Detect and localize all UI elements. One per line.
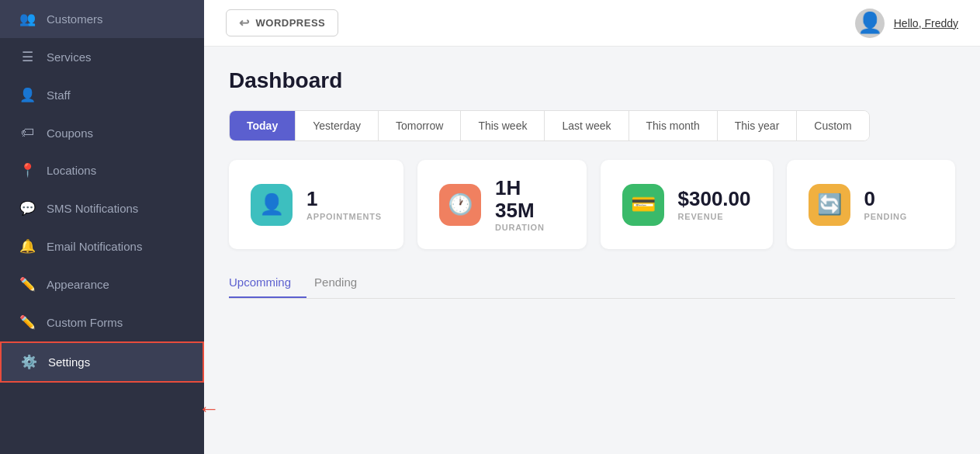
email-notifications-icon: 🔔 [19,238,36,255]
custom-forms-icon: ✏️ [19,314,36,331]
tab-tomorrow[interactable]: Tomorrow [379,111,461,140]
sidebar-item-settings[interactable]: ⚙️Settings [0,341,204,383]
sidebar-label-staff: Staff [47,88,71,102]
wordpress-button[interactable]: ↩ WORDPRESS [226,9,338,36]
bottom-tabs: UpcommingPending [229,268,955,299]
back-arrow-icon: ↩ [239,16,250,30]
topbar: ↩ WORDPRESS 👤 Hello, Freddy [204,0,980,47]
stat-value-appointments: 1 [306,188,382,210]
sidebar-label-appearance: Appearance [47,278,109,291]
tab-last-week[interactable]: Last week [545,111,629,140]
tab-this-year[interactable]: This year [718,111,798,140]
bottom-tab-pending[interactable]: Pending [314,268,372,298]
sidebar-item-email-notifications[interactable]: 🔔Email Notifications [0,227,204,265]
stat-label-pending: PENDING [864,212,908,221]
stat-info-duration: 1H 35MDURATION [495,177,545,232]
sidebar-label-custom-forms: Custom Forms [47,316,123,329]
user-area: 👤 Hello, Freddy [855,9,958,38]
sidebar-label-services: Services [47,50,92,64]
sidebar-label-settings: Settings [48,355,90,369]
stat-value-duration: 1H 35M [495,177,545,221]
sidebar-item-custom-forms[interactable]: ✏️Custom Forms [0,303,204,341]
stat-label-revenue: REVENUE [678,212,751,221]
sidebar-label-customers: Customers [47,12,103,26]
stat-icon-duration: 🕐 [439,184,481,226]
coupons-icon: 🏷 [19,125,36,140]
sidebar-item-appearance[interactable]: ✏️Appearance [0,265,204,303]
sidebar: 👥Customers☰Services👤Staff🏷Coupons📍Locati… [0,0,204,454]
stat-card-revenue: 💳$300.00REVENUE [601,160,773,249]
sms-notifications-icon: 💬 [19,200,36,217]
stat-card-appointments: 👤1APPOINTMENTS [229,160,403,249]
tab-yesterday[interactable]: Yesterday [296,111,379,140]
main-content: ↩ WORDPRESS 👤 Hello, Freddy Dashboard To… [204,0,980,454]
customers-icon: 👥 [19,11,36,27]
hello-user-link[interactable]: Hello, Freddy [894,17,958,29]
sidebar-label-sms-notifications: SMS Notifications [47,202,138,215]
stat-value-pending: 0 [864,188,908,210]
bottom-tab-upcoming[interactable]: Upcomming [229,268,306,298]
sidebar-item-customers[interactable]: 👥Customers [0,0,204,38]
user-avatar-icon: 👤 [857,11,882,35]
date-tabs: TodayYesterdayTomorrowThis weekLast week… [229,110,870,141]
stat-label-duration: DURATION [495,223,545,232]
stat-icon-pending: 🔄 [809,184,850,226]
settings-icon: ⚙️ [20,354,37,370]
sidebar-item-services[interactable]: ☰Services [0,38,204,76]
tab-custom[interactable]: Custom [797,111,868,140]
page-title: Dashboard [229,68,955,93]
tab-today[interactable]: Today [230,111,296,140]
stat-icon-revenue: 💳 [622,184,664,226]
stat-card-pending: 🔄0PENDING [787,160,956,249]
sidebar-label-coupons: Coupons [47,126,93,140]
staff-icon: 👤 [19,87,36,103]
appearance-icon: ✏️ [19,276,36,293]
avatar: 👤 [855,9,885,38]
sidebar-item-staff[interactable]: 👤Staff [0,76,204,114]
services-icon: ☰ [19,49,36,65]
stat-icon-appointments: 👤 [251,184,293,226]
stat-info-pending: 0PENDING [864,188,908,221]
locations-icon: 📍 [19,162,36,178]
tab-this-month[interactable]: This month [629,111,718,140]
page-content: Dashboard TodayYesterdayTomorrowThis wee… [204,47,980,454]
stat-card-duration: 🕐1H 35MDURATION [417,160,587,249]
sidebar-item-sms-notifications[interactable]: 💬SMS Notifications [0,189,204,227]
sidebar-label-email-notifications: Email Notifications [47,240,142,253]
stat-info-appointments: 1APPOINTMENTS [306,188,382,221]
sidebar-item-locations[interactable]: 📍Locations [0,151,204,189]
stat-info-revenue: $300.00REVENUE [678,188,751,221]
stats-row: 👤1APPOINTMENTS🕐1H 35MDURATION💳$300.00REV… [229,160,955,249]
wordpress-label: WORDPRESS [256,17,326,29]
stat-label-appointments: APPOINTMENTS [306,212,382,221]
tab-this-week[interactable]: This week [461,111,545,140]
stat-value-revenue: $300.00 [678,188,751,210]
sidebar-item-coupons[interactable]: 🏷Coupons [0,114,204,151]
sidebar-label-locations: Locations [47,164,96,177]
